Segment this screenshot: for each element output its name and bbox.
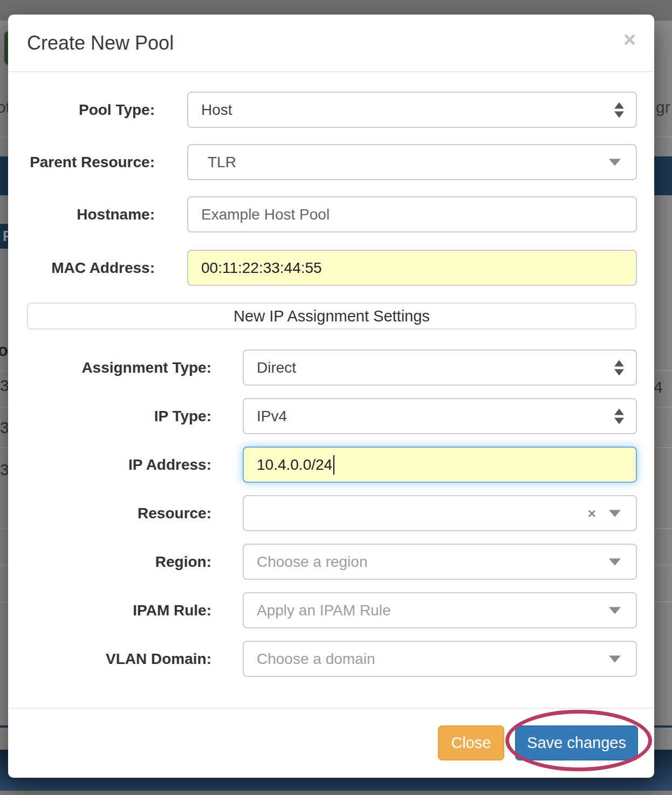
create-new-pool-modal: Create New Pool × Pool Type: Host Parent… [8,15,654,778]
select-spinner-icon [614,102,624,118]
hostname-row: Hostname: Example Host Pool [8,196,654,232]
ip-type-select[interactable]: IPv4 [243,398,637,434]
select-spinner-icon [614,408,624,424]
region-row: Region: Choose a region [8,544,654,580]
region-select[interactable]: Choose a region [243,544,637,580]
assignment-type-select[interactable]: Direct [243,349,637,386]
background-footer-strip [0,791,672,795]
assignment-type-row: Assignment Type: Direct [8,349,654,386]
modal-title: Create New Pool [27,32,174,54]
pool-type-label: Pool Type: [8,92,155,128]
ipam-rule-select[interactable]: Apply an IPAM Rule [243,592,637,628]
parent-resource-value: TLR [208,154,236,171]
parent-resource-row: Parent Resource: TLR [8,144,654,180]
pool-type-select[interactable]: Host [187,92,637,128]
assignment-type-label: Assignment Type: [8,349,211,386]
close-icon[interactable]: × [623,29,636,50]
text-cursor [333,455,334,475]
ipam-rule-placeholder: Apply an IPAM Rule [257,602,391,619]
resource-select[interactable]: × [243,495,637,531]
mac-address-row: MAC Address: 00:11:22:33:44:55 [8,250,654,286]
ip-address-input[interactable]: 10.4.0.0/24 [243,447,637,483]
region-label: Region: [8,544,211,580]
ip-type-value: IPv4 [257,408,287,425]
mac-address-input[interactable]: 00:11:22:33:44:55 [187,250,637,286]
ip-type-row: IP Type: IPv4 [8,398,654,434]
region-placeholder: Choose a region [257,553,367,571]
resource-row: Resource: × [8,495,654,531]
mac-address-value: 00:11:22:33:44:55 [201,259,322,277]
clear-icon[interactable]: × [588,506,596,520]
ip-address-label: IP Address: [8,447,211,483]
vlan-domain-select[interactable]: Choose a domain [243,641,637,677]
modal-footer: Close Save changes [8,708,654,778]
hostname-value: Example Host Pool [201,206,330,223]
hostname-input[interactable]: Example Host Pool [187,196,637,232]
assignment-type-value: Direct [257,359,296,376]
ip-address-row: IP Address: 10.4.0.0/24 [8,447,654,483]
ip-type-label: IP Type: [8,398,211,434]
resource-label: Resource: [8,495,211,531]
background-table-header: P [0,224,9,249]
select-spinner-icon [614,360,624,375]
close-button[interactable]: Close [438,725,504,760]
ip-assignment-section-header: New IP Assignment Settings [27,303,636,330]
background-row-number: 4 [654,379,663,395]
ipam-rule-row: IPAM Rule: Apply an IPAM Rule [8,592,654,628]
parent-resource-label: Parent Resource: [8,144,155,180]
vlan-domain-row: VLAN Domain: Choose a domain [8,641,654,677]
vlan-domain-label: VLAN Domain: [8,641,211,677]
mac-address-label: MAC Address: [8,250,155,286]
ip-address-value: 10.4.0.0/24 [257,456,332,474]
chevron-down-icon [609,607,621,614]
ipam-rule-label: IPAM Rule: [8,592,211,628]
chevron-down-icon [609,655,621,662]
modal-header: Create New Pool × [8,15,654,72]
chevron-down-icon [609,558,621,565]
vlan-domain-placeholder: Choose a domain [257,650,375,668]
chevron-down-icon [609,510,621,517]
pool-type-value: Host [201,101,232,119]
save-changes-button[interactable]: Save changes [515,725,638,760]
pool-type-row: Pool Type: Host [8,92,654,128]
parent-resource-select[interactable]: TLR [187,144,637,180]
chevron-down-icon [609,159,621,166]
background-text-right: gr [656,99,670,115]
hostname-label: Hostname: [8,196,155,232]
